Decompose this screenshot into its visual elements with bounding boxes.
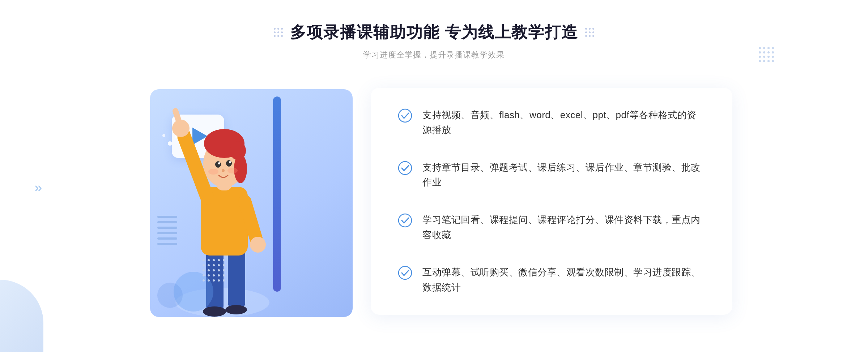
person-illustration bbox=[150, 104, 280, 328]
svg-point-33 bbox=[175, 136, 178, 138]
left-chevron-arrows: » bbox=[34, 181, 42, 194]
illustration-area bbox=[136, 75, 382, 328]
svg-rect-2 bbox=[228, 246, 245, 310]
illus-dot-grid bbox=[203, 259, 225, 284]
svg-point-10 bbox=[250, 237, 266, 253]
feature-text-2: 支持章节目录、弹题考试、课后练习、课后作业、章节测验、批改作业 bbox=[422, 160, 705, 190]
feature-item-3: 学习笔记回看、课程提问、课程评论打分、课件资料下载，重点内容收藏 bbox=[398, 213, 705, 242]
svg-point-37 bbox=[399, 266, 412, 279]
title-left-dots bbox=[274, 28, 283, 37]
feature-text-4: 互动弹幕、试听购买、微信分享、观看次数限制、学习进度跟踪、数据统计 bbox=[422, 265, 705, 295]
svg-rect-25 bbox=[157, 227, 177, 229]
subtitle: 学习进度全掌握，提升录播课教学效果 bbox=[274, 50, 594, 60]
svg-point-19 bbox=[229, 161, 231, 163]
features-card: 支持视频、音频、flash、word、excel、ppt、pdf等各种格式的资源… bbox=[371, 88, 732, 315]
svg-rect-28 bbox=[157, 243, 177, 245]
svg-rect-24 bbox=[157, 221, 177, 223]
svg-point-17 bbox=[226, 160, 232, 167]
title-right-dots bbox=[585, 28, 594, 37]
check-icon-1 bbox=[398, 108, 412, 123]
svg-line-8 bbox=[175, 111, 179, 122]
feature-text-1: 支持视频、音频、flash、word、excel、ppt、pdf等各种格式的资源… bbox=[422, 108, 705, 138]
svg-rect-23 bbox=[157, 216, 177, 218]
svg-point-4 bbox=[225, 305, 247, 314]
svg-rect-27 bbox=[157, 237, 177, 240]
header-section: 多项录播课辅助功能 专为线上教学打造 学习进度全掌握，提升录播课教学效果 bbox=[274, 22, 594, 60]
svg-point-34 bbox=[399, 109, 412, 122]
feature-item-2: 支持章节目录、弹题考试、课后练习、课后作业、章节测验、批改作业 bbox=[398, 160, 705, 190]
svg-rect-26 bbox=[157, 232, 177, 234]
svg-point-16 bbox=[215, 161, 221, 168]
svg-point-31 bbox=[168, 141, 172, 146]
feature-item-4: 互动弹幕、试听购买、微信分享、观看次数限制、学习进度跟踪、数据统计 bbox=[398, 265, 705, 295]
check-icon-2 bbox=[398, 161, 412, 175]
bottom-left-deco bbox=[0, 280, 43, 352]
svg-point-30 bbox=[157, 283, 183, 308]
svg-point-22 bbox=[227, 168, 238, 173]
svg-point-3 bbox=[203, 306, 226, 317]
feature-text-3: 学习笔记回看、课程提问、课程评论打分、课件资料下载，重点内容收藏 bbox=[422, 213, 705, 242]
svg-point-32 bbox=[162, 134, 165, 137]
check-icon-3 bbox=[398, 213, 412, 228]
main-content-wrapper: 支持视频、音频、flash、word、excel、ppt、pdf等各种格式的资源… bbox=[136, 75, 732, 328]
feature-item-1: 支持视频、音频、flash、word、excel、ppt、pdf等各种格式的资源… bbox=[398, 108, 705, 138]
main-title: 多项录播课辅助功能 专为线上教学打造 bbox=[290, 22, 578, 43]
svg-point-20 bbox=[222, 169, 225, 172]
page-container: 多项录播课辅助功能 专为线上教学打造 学习进度全掌握，提升录播课教学效果 » bbox=[0, 0, 868, 352]
svg-point-18 bbox=[218, 162, 220, 164]
svg-point-21 bbox=[208, 169, 218, 175]
upper-right-dots bbox=[759, 47, 774, 64]
check-icon-4 bbox=[398, 266, 412, 280]
svg-point-36 bbox=[399, 214, 412, 227]
title-row: 多项录播课辅助功能 专为线上教学打造 bbox=[274, 22, 594, 43]
svg-point-35 bbox=[399, 162, 412, 175]
